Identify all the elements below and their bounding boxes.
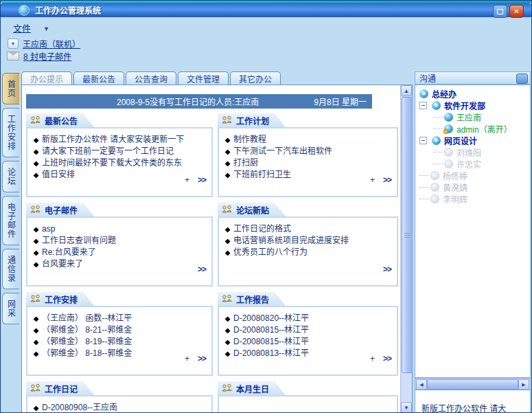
card-more-links: +>>	[185, 175, 206, 185]
scroll-left-button[interactable]: ◀	[416, 379, 427, 390]
diamond-bullet-icon: ◆	[222, 134, 233, 146]
diamond-bullet-icon: ◆	[30, 324, 42, 336]
side-tab-label: 论坛	[5, 168, 17, 186]
list-item[interactable]: ◆（郭维金） 8-18--郭维金	[30, 348, 209, 359]
add-item-button[interactable]: +	[185, 175, 189, 185]
view-more-button[interactable]: >>	[198, 265, 206, 274]
list-item[interactable]: ◆下班前打扫卫生	[222, 169, 394, 181]
side-tab-3[interactable]: 电子邮件	[2, 196, 19, 245]
list-item[interactable]: ◆D-20080815--林江平	[222, 324, 394, 336]
tree-connector	[433, 164, 443, 165]
tab-4[interactable]: 其它办公	[230, 71, 281, 85]
list-item[interactable]: ◆（郭维金） 8-21--郭维金	[30, 324, 209, 336]
view-more-button[interactable]: >>	[383, 265, 391, 274]
side-tab-4[interactable]: 通信录	[2, 249, 19, 289]
collapse-toggle-icon[interactable]	[419, 102, 427, 109]
tab-label: 公告查询	[135, 73, 167, 85]
list-item[interactable]: ◆值日安排	[30, 169, 209, 181]
list-item[interactable]: ◆（王应南） 函数--林江平	[30, 313, 209, 324]
vertical-scrollbar[interactable]: ▲ ▼	[400, 85, 412, 413]
diamond-bullet-icon: ◆	[30, 402, 42, 413]
list-item[interactable]: ◆台风要来了	[30, 258, 209, 270]
file-menu-arrow-icon[interactable]: ▼	[43, 25, 49, 32]
list-item-text: （郭维金） 8-19--郭维金	[42, 336, 132, 348]
add-item-button[interactable]: +	[185, 354, 189, 364]
scroll-up-button[interactable]: ▲	[401, 85, 412, 96]
user-status-link[interactable]: 王应南（联机）	[23, 38, 80, 49]
group-icon	[222, 114, 233, 126]
vertical-scroll-thumb[interactable]	[402, 97, 413, 373]
diamond-bullet-icon: ◆	[30, 247, 42, 258]
list-item[interactable]: ◆优秀员工的八个行为	[222, 247, 394, 258]
side-tab-1[interactable]: 工作安排	[2, 108, 19, 157]
list-item[interactable]: ◆请大家下班前一定要写一个工作日记	[30, 146, 209, 157]
card-body: ◆D-20080820--林江平◆D-20080815--林江平◆D-20080…	[218, 306, 398, 376]
tree-node-2[interactable]: 王应南	[415, 111, 530, 123]
collapse-toggle-icon[interactable]	[419, 137, 427, 144]
tree-horizontal-scrollbar[interactable]: ◀ ▶	[415, 378, 531, 390]
tab-1[interactable]: 最新公告	[73, 71, 124, 85]
tree-node-4[interactable]: »网页设计	[415, 135, 530, 146]
status-dropdown-button[interactable]: ▼	[8, 38, 19, 49]
side-tab-5[interactable]: 网采	[2, 293, 19, 324]
scroll-right-button[interactable]: ▶	[518, 379, 529, 390]
window-title: 工作办公管理系统	[35, 4, 101, 16]
mail-icon	[7, 52, 19, 60]
list-item[interactable]: ◆打扫厨	[222, 157, 394, 169]
add-item-button[interactable]: +	[370, 354, 375, 364]
tab-label: 办公提示	[30, 73, 63, 85]
tree-node-1[interactable]: »软件开发部	[415, 100, 530, 111]
card-title: 工作日记	[45, 383, 78, 394]
list-item[interactable]: ◆D-20080820--林江平	[222, 313, 394, 324]
list-item[interactable]: ◆Re:台风要来了	[30, 247, 209, 258]
side-tab-2[interactable]: 论坛	[2, 161, 19, 192]
mail-summary-link[interactable]: 8 封电子邮件	[23, 50, 71, 62]
list-item[interactable]: ◆电话营销系统项目完成进度安排	[222, 235, 394, 247]
horizontal-scroll-thumb[interactable]	[427, 379, 518, 390]
list-item[interactable]: ◆（郭维金） 8-19--郭维金	[30, 336, 209, 348]
file-menu[interactable]: 文件	[13, 21, 31, 34]
list-item[interactable]: ◆D-20080815--林江平	[222, 336, 394, 348]
list-item[interactable]: ◆D-20080908--王应南	[30, 402, 209, 413]
tree-node-8[interactable]: 黄溌婧	[415, 181, 530, 193]
tree-node-5[interactable]: 刘焕阳	[415, 146, 530, 158]
scroll-down-button[interactable]: ▼	[401, 402, 412, 413]
tree-connector	[419, 187, 429, 188]
tab-0[interactable]: 办公提示	[21, 71, 72, 85]
tree-node-3[interactable]: admin（离开）	[415, 123, 530, 135]
list-item-text: 打扫厨	[233, 157, 258, 169]
close-button[interactable]: ✕	[509, 5, 524, 18]
comm-popout-icon[interactable]	[516, 74, 528, 84]
tree-node-0[interactable]: »总经办	[415, 88, 530, 100]
tree-node-6[interactable]: 许忠实	[415, 158, 530, 170]
tab-3[interactable]: 文件管理	[178, 71, 229, 85]
list-item[interactable]: ◆工作日志查训有问题	[30, 235, 209, 247]
diamond-bullet-icon: ◆	[222, 157, 233, 169]
view-more-button[interactable]: >>	[198, 175, 206, 185]
list-item-text: asp	[42, 223, 55, 235]
view-more-button[interactable]: >>	[198, 354, 206, 364]
side-tab-0[interactable]: 首页	[2, 73, 19, 104]
list-item[interactable]: ◆asp	[30, 223, 209, 235]
list-item-text: D-20080813--林江平	[233, 348, 309, 359]
list-item[interactable]: ◆上班时间最好不要下载大文件类的东东	[30, 157, 209, 169]
list-item-text: 下班前打扫卫生	[233, 169, 291, 181]
tab-2[interactable]: 公告查询	[126, 71, 176, 85]
tree-node-9[interactable]: 李明辉	[415, 193, 530, 205]
add-item-button[interactable]: +	[370, 175, 375, 185]
card-body: ◆D-20080908--王应南	[26, 395, 213, 413]
card-more-links: +>>	[185, 354, 206, 364]
list-item[interactable]: ◆制作教程	[222, 134, 394, 146]
list-item[interactable]: ◆D-20080813--林江平	[222, 348, 394, 359]
view-more-button[interactable]: >>	[383, 354, 391, 364]
tree-node-7[interactable]: 杨佟婷	[415, 170, 530, 181]
card-title: 本月生日	[236, 383, 269, 394]
card-5: 工作报告◆D-20080820--林江平◆D-20080815--林江平◆D-2…	[218, 292, 398, 376]
list-item[interactable]: ◆下午测试一下汽车出租软件	[222, 146, 394, 157]
view-more-button[interactable]: >>	[383, 175, 391, 185]
card-header: 工作报告	[218, 292, 286, 306]
title-bar[interactable]: 工作办公管理系统 ✕	[1, 3, 531, 17]
list-item[interactable]: ◆工作日记的格式	[222, 223, 394, 235]
list-item[interactable]: ◆新版工作办公软件 请大家安装更新一下	[30, 134, 209, 146]
restore-button[interactable]	[493, 5, 507, 18]
